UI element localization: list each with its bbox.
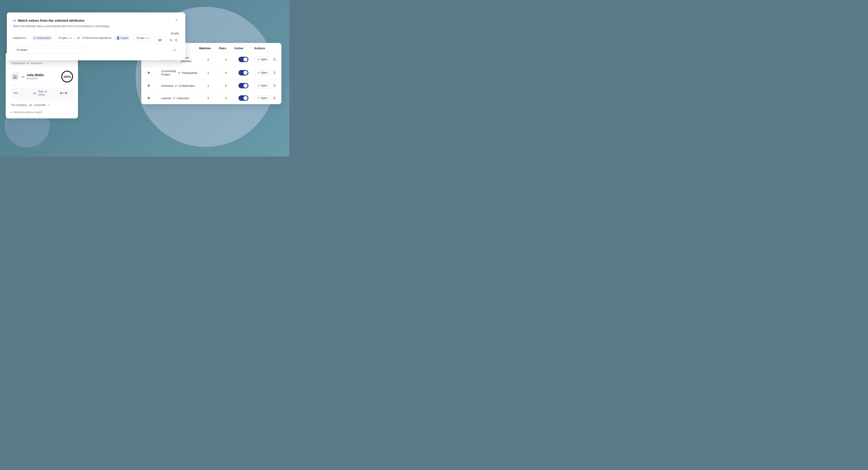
subtitle-right: Investors bbox=[30, 61, 42, 65]
col-pairs: Pairs bbox=[219, 46, 232, 50]
attribute-row-1: experience ⇄ Enthousiast <3 years 3-5 ye… bbox=[13, 32, 179, 44]
table-row: Learner ⇄ Instructor 2 3 ↗ Open 🗑 bbox=[141, 92, 281, 104]
open-label-1: Open bbox=[260, 58, 267, 61]
experience-select[interactable]: <3 years 3-5 years >5 years bbox=[55, 34, 74, 41]
module-name-2: Community Project ⇄ Participants bbox=[161, 69, 197, 76]
card-subtitle: Corporates ⇄ Investors bbox=[11, 61, 73, 65]
attr-swap-icon: ⇄ bbox=[33, 91, 36, 95]
company-left: The company bbox=[11, 103, 27, 107]
matching-details-card: ⇄ Matching details Corporates ⇄ Investor… bbox=[6, 52, 78, 118]
refresh-icon: ⇄ bbox=[13, 18, 16, 23]
module-name-3: Innovator ⇄ Collaborator bbox=[161, 84, 197, 88]
attributes-without[interactable]: ▾ Attributes without match bbox=[11, 111, 73, 114]
matches-3: 1 bbox=[199, 84, 217, 88]
module-left-4: Learner bbox=[161, 96, 171, 100]
close-button[interactable]: × bbox=[174, 18, 179, 23]
col-active: Active bbox=[235, 46, 252, 50]
person-row: 🏢 ⇄ Julia Müller Investors 100% bbox=[11, 68, 73, 85]
tag-label-2: Expert bbox=[121, 37, 128, 39]
quality-pct: % bbox=[169, 38, 172, 42]
person-info: Julia Müller Investors bbox=[27, 73, 44, 80]
module-right-3: Collaborator bbox=[179, 84, 195, 88]
delete-btn-1[interactable]: 🗑 bbox=[272, 57, 277, 62]
person-name: Julia Müller bbox=[27, 73, 44, 77]
subtitle-swap-icon: ⇄ bbox=[26, 61, 29, 65]
action-cell-4: ↗ Open 🗑 bbox=[254, 95, 277, 101]
action-cell-1: ↗ Open 🗑 bbox=[254, 57, 277, 62]
swap-icon-1: ⇄ bbox=[77, 36, 80, 40]
modal-subtitle: Match the attribute values and evaluate … bbox=[13, 25, 179, 28]
match-values-modal: ⇄ Match values from the selected attribu… bbox=[7, 12, 185, 60]
attr-label-professional: Professional experience bbox=[83, 36, 112, 39]
pairs-3: 5 bbox=[219, 84, 232, 88]
module-swap-icon-3: ⇄ bbox=[175, 84, 178, 88]
tag-enthousiast: ⇄ Enthousiast bbox=[32, 36, 53, 40]
matches-2: 1 bbox=[199, 71, 217, 74]
toggle-3[interactable] bbox=[239, 83, 248, 88]
select-wrapper-2: <3 years 3-5 years >5 years ▲▼ bbox=[133, 34, 152, 41]
chevron-down-icon: ▾ bbox=[11, 111, 12, 114]
open-icon-1: ↗ bbox=[257, 58, 259, 61]
open-button-1[interactable]: ↗ Open bbox=[254, 57, 270, 62]
open-label-2: Open bbox=[260, 71, 267, 74]
modal-title: Match values from the selected attribute… bbox=[18, 19, 85, 22]
module-right-2: Participants bbox=[182, 71, 197, 74]
delete-button[interactable]: 🗑 bbox=[174, 37, 179, 43]
open-button-4[interactable]: ↗ Open bbox=[254, 95, 270, 101]
second-select-row: <3 years 3-5 years >5 years ▲▼ bbox=[13, 46, 179, 54]
match-score-badge: 33 / 33 bbox=[57, 91, 70, 95]
action-cell-3: ↗ Open 🗑 bbox=[254, 83, 277, 89]
delete-btn-2[interactable]: 🗑 bbox=[272, 70, 277, 76]
delete-btn-4[interactable]: 🗑 bbox=[272, 95, 277, 101]
open-button-2[interactable]: ↗ Open bbox=[254, 70, 270, 76]
module-right-4: Instructor bbox=[177, 96, 189, 100]
toggle-1[interactable] bbox=[239, 57, 248, 62]
person-icon: 🏢 bbox=[11, 72, 19, 81]
match-attr-right: Type of comp... bbox=[38, 90, 56, 96]
module-swap-icon-2: ⇄ bbox=[178, 71, 181, 74]
match-attr-row: We ... ⇄ Type of comp... 33 / 33 bbox=[11, 88, 73, 98]
person-swap-icon: ⇄ bbox=[22, 74, 24, 79]
col-actions: Actions bbox=[254, 46, 277, 50]
tag-label-1: Enthousiast bbox=[37, 37, 50, 39]
professional-experience-select[interactable]: <3 years 3-5 years >5 years bbox=[133, 34, 152, 41]
match-company-row: The company ⇄ Corporate ✓ bbox=[11, 101, 73, 109]
tag-icon-2: 👤 bbox=[116, 36, 120, 39]
company-swap-icon: ⇄ bbox=[29, 103, 32, 107]
quality-input[interactable] bbox=[155, 36, 168, 44]
matches-1: 0 bbox=[199, 58, 217, 61]
match-attr-left: We ... bbox=[14, 92, 31, 95]
attributes-without-label: Attributes without match bbox=[13, 111, 42, 114]
tag-icon-1: ⇄ bbox=[34, 36, 36, 39]
module-swap-icon-4: ⇄ bbox=[173, 96, 176, 100]
action-cell-2: ↗ Open 🗑 bbox=[254, 70, 277, 76]
status-dot-4 bbox=[148, 97, 150, 99]
check-icon: ✓ bbox=[48, 103, 50, 107]
pairs-1: 2 bbox=[219, 58, 232, 61]
subtitle-left: Corporates bbox=[11, 61, 25, 65]
company-right: Corporate bbox=[34, 103, 46, 107]
open-label-3: Open bbox=[260, 84, 267, 87]
pairs-2: 4 bbox=[219, 71, 232, 74]
col-matches: Matches bbox=[199, 46, 217, 50]
select-wrapper-1: <3 years 3-5 years >5 years ▲▼ bbox=[55, 34, 74, 41]
module-left-3: Innovator bbox=[161, 84, 174, 88]
tag-expert: 👤 Expert bbox=[114, 36, 130, 40]
delete-btn-3[interactable]: 🗑 bbox=[272, 83, 277, 89]
open-icon-4: ↗ bbox=[257, 96, 259, 100]
table-row: Community Project ⇄ Participants 1 4 ↗ O… bbox=[141, 66, 281, 80]
module-left-2: Community Project bbox=[161, 69, 177, 76]
open-button-3[interactable]: ↗ Open bbox=[254, 83, 270, 89]
percentage-circle: 100% bbox=[61, 71, 73, 83]
second-experience-select[interactable]: <3 years 3-5 years >5 years bbox=[13, 46, 86, 54]
attr-label-experience: experience bbox=[13, 36, 29, 39]
open-icon-2: ↗ bbox=[257, 71, 259, 74]
open-label-4: Open bbox=[260, 96, 267, 100]
toggle-4[interactable] bbox=[239, 95, 248, 101]
person-role: Investors bbox=[27, 77, 44, 80]
toggle-2[interactable] bbox=[239, 70, 248, 75]
quality-label: Quality bbox=[170, 32, 179, 35]
pairs-4: 3 bbox=[219, 96, 232, 100]
matches-4: 2 bbox=[199, 96, 217, 100]
open-icon-3: ↗ bbox=[257, 84, 259, 87]
